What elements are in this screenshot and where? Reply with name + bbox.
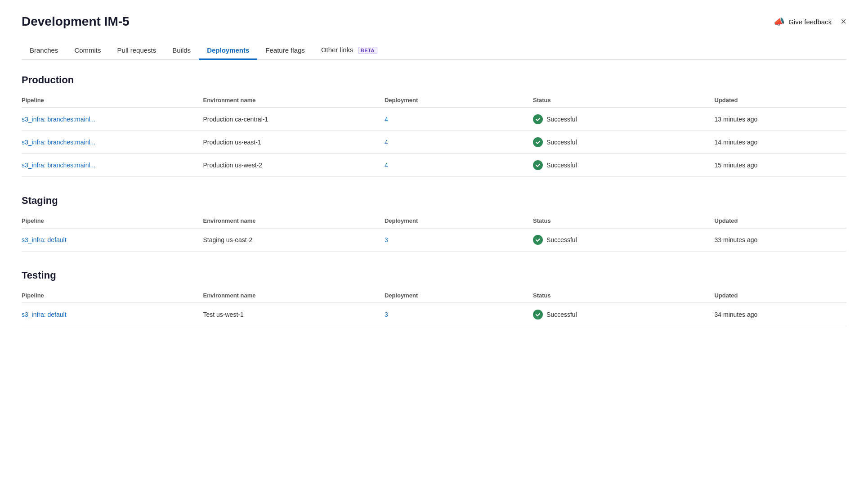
close-button[interactable]: × xyxy=(841,17,846,27)
tab-feature-flags[interactable]: Feature flags xyxy=(257,42,313,60)
pipeline-link[interactable]: s3_infra: branches:mainl... xyxy=(22,154,203,177)
success-icon xyxy=(533,160,543,170)
tab-deployments[interactable]: Deployments xyxy=(199,42,257,60)
section-production: Production Pipeline Environment name Dep… xyxy=(22,74,846,177)
status-cell: Successful xyxy=(533,131,714,154)
beta-badge: BETA xyxy=(358,47,377,54)
table-row: s3_infra: default Staging us-east-2 3 Su… xyxy=(22,228,846,252)
status-text: Successful xyxy=(546,139,577,146)
table-row: s3_infra: branches:mainl... Production u… xyxy=(22,154,846,177)
updated-text: 34 minutes ago xyxy=(715,303,846,326)
production-table: Pipeline Environment name Deployment Sta… xyxy=(22,93,846,177)
col-header-status: Status xyxy=(533,93,714,108)
pipeline-link[interactable]: s3_infra: default xyxy=(22,228,203,252)
col-header-pipeline: Pipeline xyxy=(22,93,203,108)
environment-name: Production us-west-2 xyxy=(203,154,384,177)
testing-header-row: Pipeline Environment name Deployment Sta… xyxy=(22,288,846,303)
page-header: Development IM-5 📣 Give feedback × xyxy=(22,14,846,29)
deployment-link[interactable]: 4 xyxy=(385,108,533,131)
nav-tabs: Branches Commits Pull requests Builds De… xyxy=(22,41,846,60)
table-row: s3_infra: branches:mainl... Production u… xyxy=(22,131,846,154)
success-icon xyxy=(533,137,543,147)
deployment-link[interactable]: 4 xyxy=(385,154,533,177)
col-header-updated: Updated xyxy=(715,288,846,303)
feedback-label: Give feedback xyxy=(788,18,832,26)
environment-name: Test us-west-1 xyxy=(203,303,384,326)
col-header-env: Environment name xyxy=(203,214,384,228)
section-testing: Testing Pipeline Environment name Deploy… xyxy=(22,270,846,326)
status-cell: Successful xyxy=(533,108,714,131)
table-row: s3_infra: branches:mainl... Production c… xyxy=(22,108,846,131)
header-actions: 📣 Give feedback × xyxy=(774,16,846,27)
status-text: Successful xyxy=(546,236,577,243)
col-header-updated: Updated xyxy=(715,214,846,228)
updated-text: 13 minutes ago xyxy=(715,108,846,131)
status-cell: Successful xyxy=(533,303,714,326)
col-header-deployment: Deployment xyxy=(385,93,533,108)
status-text: Successful xyxy=(546,311,577,318)
testing-table: Pipeline Environment name Deployment Sta… xyxy=(22,288,846,326)
environment-name: Staging us-east-2 xyxy=(203,228,384,252)
tab-builds[interactable]: Builds xyxy=(164,42,199,60)
production-header-row: Pipeline Environment name Deployment Sta… xyxy=(22,93,846,108)
success-icon xyxy=(533,310,543,320)
tab-commits[interactable]: Commits xyxy=(66,42,109,60)
success-icon xyxy=(533,114,543,124)
deployment-link[interactable]: 3 xyxy=(385,228,533,252)
col-header-status: Status xyxy=(533,214,714,228)
status-text: Successful xyxy=(546,116,577,123)
section-staging: Staging Pipeline Environment name Deploy… xyxy=(22,195,846,252)
staging-table: Pipeline Environment name Deployment Sta… xyxy=(22,214,846,252)
tab-branches[interactable]: Branches xyxy=(22,42,66,60)
page-container: Development IM-5 📣 Give feedback × Branc… xyxy=(0,0,868,359)
pipeline-link[interactable]: s3_infra: branches:mainl... xyxy=(22,108,203,131)
col-header-env: Environment name xyxy=(203,93,384,108)
col-header-deployment: Deployment xyxy=(385,214,533,228)
col-header-env: Environment name xyxy=(203,288,384,303)
col-header-updated: Updated xyxy=(715,93,846,108)
col-header-status: Status xyxy=(533,288,714,303)
staging-header-row: Pipeline Environment name Deployment Sta… xyxy=(22,214,846,228)
testing-title: Testing xyxy=(22,270,846,281)
status-cell: Successful xyxy=(533,154,714,177)
tab-pull-requests[interactable]: Pull requests xyxy=(109,42,165,60)
megaphone-icon: 📣 xyxy=(774,16,785,27)
environment-name: Production us-east-1 xyxy=(203,131,384,154)
updated-text: 15 minutes ago xyxy=(715,154,846,177)
feedback-button[interactable]: 📣 Give feedback xyxy=(774,16,832,27)
environment-name: Production ca-central-1 xyxy=(203,108,384,131)
pipeline-link[interactable]: s3_infra: branches:mainl... xyxy=(22,131,203,154)
col-header-deployment: Deployment xyxy=(385,288,533,303)
production-title: Production xyxy=(22,74,846,86)
status-cell: Successful xyxy=(533,228,714,252)
pipeline-link[interactable]: s3_infra: default xyxy=(22,303,203,326)
updated-text: 14 minutes ago xyxy=(715,131,846,154)
col-header-pipeline: Pipeline xyxy=(22,288,203,303)
status-text: Successful xyxy=(546,162,577,169)
tab-other-links[interactable]: Other links BETA xyxy=(313,41,385,60)
deployment-link[interactable]: 3 xyxy=(385,303,533,326)
success-icon xyxy=(533,235,543,245)
col-header-pipeline: Pipeline xyxy=(22,214,203,228)
table-row: s3_infra: default Test us-west-1 3 Succe… xyxy=(22,303,846,326)
deployment-link[interactable]: 4 xyxy=(385,131,533,154)
staging-title: Staging xyxy=(22,195,846,207)
updated-text: 33 minutes ago xyxy=(715,228,846,252)
page-title: Development IM-5 xyxy=(22,14,130,29)
